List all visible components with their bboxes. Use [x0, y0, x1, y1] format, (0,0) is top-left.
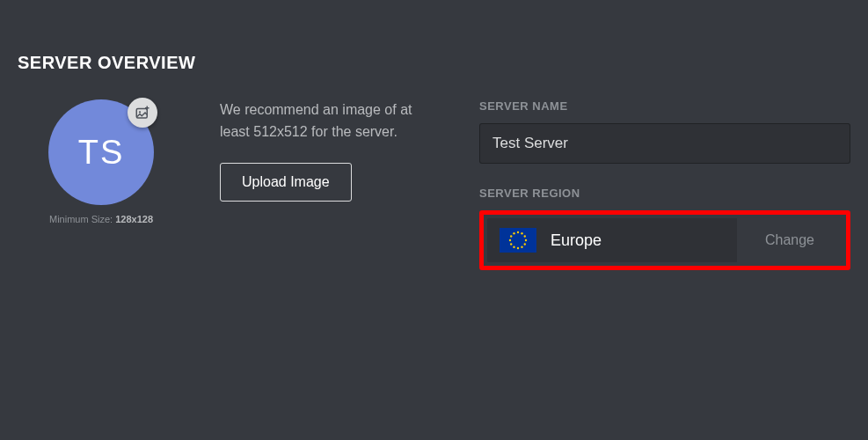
svg-point-11	[510, 243, 512, 245]
change-region-button[interactable]: Change	[737, 218, 842, 262]
server-avatar-wrap[interactable]: TS	[48, 99, 154, 205]
server-name-label: SERVER NAME	[479, 99, 850, 113]
avatar-initials: TS	[78, 134, 125, 172]
region-highlight: Europe Change	[479, 210, 850, 270]
svg-point-7	[524, 243, 526, 245]
avatar-column: TS Minimum Size: 128x128	[18, 99, 185, 270]
region-name: Europe	[551, 231, 602, 250]
svg-point-13	[510, 235, 512, 237]
form-column: SERVER NAME SERVER REGION	[479, 99, 850, 270]
svg-point-5	[524, 235, 526, 237]
server-region-row: Europe Change	[487, 218, 842, 262]
svg-point-9	[517, 247, 519, 249]
svg-point-3	[517, 231, 519, 233]
min-size-label: Minimum Size:	[49, 214, 115, 224]
image-add-icon	[135, 105, 150, 121]
region-display: Europe	[487, 218, 737, 262]
content-row: TS Minimum Size: 128x128 We recommend an…	[18, 99, 850, 270]
svg-point-8	[521, 246, 522, 248]
upload-column: We recommend an image of at least 512x51…	[220, 99, 444, 270]
page-title: SERVER OVERVIEW	[18, 53, 850, 73]
min-size-value: 128x128	[115, 214, 153, 224]
eu-flag-icon	[500, 228, 536, 253]
server-region-label: SERVER REGION	[479, 187, 850, 200]
server-name-input[interactable]	[479, 123, 850, 164]
upload-image-icon[interactable]	[128, 98, 157, 128]
svg-point-12	[509, 239, 511, 241]
upload-image-button[interactable]: Upload Image	[220, 163, 352, 202]
svg-point-6	[525, 239, 527, 241]
svg-point-4	[521, 232, 522, 234]
svg-point-14	[513, 232, 514, 234]
svg-point-10	[513, 246, 514, 248]
upload-recommendation: We recommend an image of at least 512x51…	[220, 99, 444, 143]
svg-point-1	[139, 111, 141, 113]
min-size-hint: Minimum Size: 128x128	[49, 214, 153, 224]
